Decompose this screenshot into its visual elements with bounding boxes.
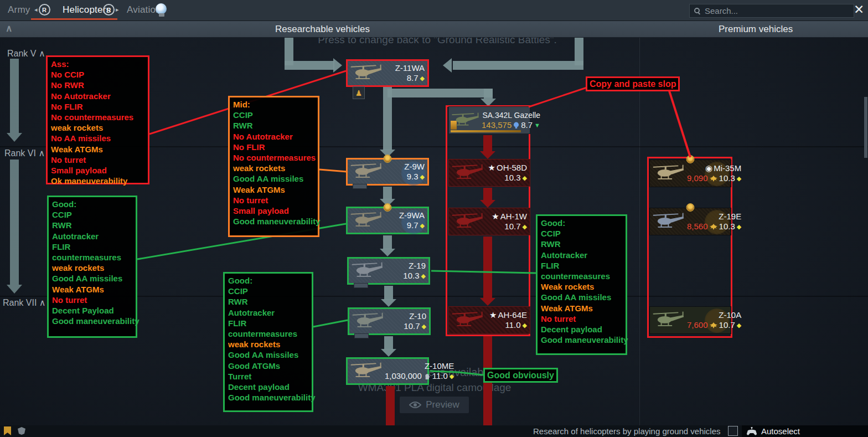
tree-arrowhead bbox=[380, 249, 395, 256]
vehicle-card-z19e[interactable]: Z-19E 8,560 10.3◆ bbox=[649, 208, 731, 235]
vehicle-card-z19[interactable]: Z-19 10.3◆ bbox=[347, 257, 430, 285]
br-diamond-icon: ◆ bbox=[737, 222, 741, 232]
annotation-line: Good AA missiles bbox=[52, 273, 132, 284]
search-icon bbox=[694, 7, 701, 15]
chevron-up-icon: ∧ bbox=[39, 49, 45, 58]
annotation-line: CCIP bbox=[233, 110, 314, 120]
modification-tab bbox=[353, 184, 367, 189]
annotation-line: CCIP bbox=[228, 286, 308, 296]
prev-tree-controller-icon[interactable]: ◂ R bbox=[34, 4, 50, 16]
annotation-line: RWR bbox=[228, 296, 308, 307]
annotation-line: Good AA missiles bbox=[233, 173, 314, 184]
tree-arrowhead bbox=[333, 58, 342, 73]
locked-connector bbox=[386, 386, 395, 425]
annotation-line: countermeasures bbox=[52, 252, 132, 263]
tree-connector bbox=[383, 235, 392, 249]
helicopter-icon bbox=[652, 211, 687, 232]
br-diamond-icon: ◆ bbox=[737, 173, 741, 183]
helicopter-icon bbox=[349, 63, 385, 84]
annotation-line: Mid: bbox=[233, 99, 314, 110]
tree-arrowhead bbox=[381, 349, 396, 357]
preview-button[interactable]: Preview bbox=[400, 397, 469, 413]
annotation-label-good-obviously: Good obviously bbox=[483, 368, 558, 383]
vehicle-price: 1,030,000 bbox=[385, 371, 422, 381]
modification-tab bbox=[354, 283, 368, 288]
vehicle-ge-price: 7,600 bbox=[687, 320, 708, 330]
research-hint-checkbox[interactable] bbox=[728, 426, 738, 436]
golden-eagles-icon bbox=[710, 175, 717, 182]
war-thunder-tech-tree-screen: Army ◂ R Helicopters R ▸ Aviation Search… bbox=[0, 0, 868, 437]
vehicle-card-z10[interactable]: Z-10 10.7◆ bbox=[348, 307, 431, 335]
br-diamond-icon: ◆ bbox=[523, 173, 527, 183]
tree-connector bbox=[285, 61, 334, 70]
vehicle-card-z10me[interactable]: Z-10ME 1,030,000 11.0◆ bbox=[346, 357, 429, 385]
vehicle-card-ah64e[interactable]: ★AH-64E 11.0◆ bbox=[448, 306, 530, 334]
helicopter-icon bbox=[652, 310, 687, 331]
vehicle-card-z11wa[interactable]: Z-11WA 8.7◆ ♟ bbox=[346, 59, 429, 87]
annotation-line: weak rockets bbox=[233, 163, 314, 173]
tree-connector bbox=[453, 61, 583, 70]
gamepad-icon bbox=[746, 427, 757, 436]
vehicle-card-z9wa[interactable]: Z-9WA 9.7◆ bbox=[346, 207, 429, 234]
annotation-line: No turret bbox=[233, 195, 314, 205]
annotation-line: weak rockets bbox=[51, 122, 144, 133]
medal-badge-icon bbox=[384, 155, 392, 163]
annotation-line: Ass: bbox=[51, 59, 144, 69]
annotation-line: FLIR bbox=[541, 260, 622, 271]
annotation-line: No RWR bbox=[51, 80, 144, 90]
lightbulb-icon bbox=[156, 3, 168, 18]
research-hint-label: Research of helicopters by playing groun… bbox=[533, 426, 721, 436]
vehicle-card-ah1w[interactable]: ★AH-1W 10.7◆ bbox=[448, 208, 530, 235]
vehicle-card-mi35m[interactable]: ◉Mi-35M 9,090 10.3◆ bbox=[649, 160, 731, 187]
annotation-line: CCIP bbox=[541, 228, 622, 239]
annotation-line: Good: bbox=[52, 199, 132, 209]
annotation-line: Good: bbox=[541, 218, 622, 228]
annotation-line: Weak ATGMs bbox=[52, 284, 132, 295]
controller-r-icon: R bbox=[103, 4, 115, 16]
annotation-line: No Autotracker bbox=[51, 91, 144, 101]
annotation-line: Good AA missiles bbox=[541, 292, 622, 302]
rank-vi-label[interactable]: Rank VI ∧ bbox=[4, 148, 45, 158]
helicopter-icon bbox=[451, 211, 486, 232]
annotation-line: weak rockets bbox=[52, 263, 132, 273]
br-diamond-icon: ◆ bbox=[421, 271, 426, 281]
medal-badge-icon bbox=[384, 203, 392, 212]
annotation-line: weak rockets bbox=[228, 339, 308, 349]
next-arrow-icon: ▸ bbox=[116, 6, 119, 13]
vehicle-card-oh58d[interactable]: ★OH-58D 10.3◆ bbox=[448, 159, 530, 187]
controller-r-icon: R bbox=[39, 4, 50, 16]
annotation-line: No CCIP bbox=[51, 69, 144, 80]
tab-army[interactable]: Army bbox=[8, 4, 30, 16]
helicopter-icon bbox=[451, 162, 486, 183]
annotation-line: countermeasures bbox=[228, 328, 308, 339]
vehicle-card-z9w[interactable]: Z-9W 9.3◆ bbox=[346, 158, 429, 186]
helicopter-icon bbox=[349, 361, 385, 382]
next-tree-controller-icon[interactable]: R ▸ bbox=[103, 4, 119, 16]
scrollbar-thumb[interactable] bbox=[864, 97, 867, 158]
rank-v-label[interactable]: Rank V ∧ bbox=[7, 48, 45, 59]
helicopter-icon bbox=[350, 260, 386, 281]
annotation-line: Turret bbox=[228, 371, 308, 382]
prev-arrow-icon: ◂ bbox=[34, 6, 38, 13]
annotation-line: Good maneuverability bbox=[228, 392, 308, 403]
rank-vii-label[interactable]: Rank VII ∧ bbox=[3, 297, 46, 308]
annotation-line: Good maneuverability bbox=[541, 335, 622, 345]
close-icon[interactable]: ✕ bbox=[854, 2, 864, 17]
annotation-line: No turret bbox=[52, 295, 132, 305]
annotation-line: Good maneuverability bbox=[233, 216, 314, 227]
fisheye-roundel-icon: ◉ bbox=[705, 163, 712, 173]
br-down-indicator-icon: ▼ bbox=[534, 120, 540, 130]
annotation-line: Small payload bbox=[51, 165, 144, 176]
vehicle-name: Z-11WA bbox=[385, 63, 425, 73]
annotation-line: Good: bbox=[228, 275, 308, 286]
autoselect-button[interactable]: Autoselect bbox=[742, 425, 868, 437]
annotation-line: RWR bbox=[541, 239, 622, 249]
search-input[interactable]: Search... bbox=[689, 4, 854, 18]
medal-badge-icon bbox=[686, 203, 695, 212]
vehicle-card-gazelle[interactable]: SA.342L Gazelle 143,575 8.7 ▼ bbox=[448, 106, 530, 134]
premium-vehicles-header: Premium vehicles bbox=[719, 24, 793, 35]
tree-connector bbox=[484, 89, 493, 99]
collapse-chevron-icon[interactable]: ∧ bbox=[6, 23, 12, 34]
annotation-line: No turret bbox=[541, 313, 622, 324]
vehicle-card-z10a[interactable]: Z-10A 7,600 10.7◆ bbox=[649, 306, 731, 334]
